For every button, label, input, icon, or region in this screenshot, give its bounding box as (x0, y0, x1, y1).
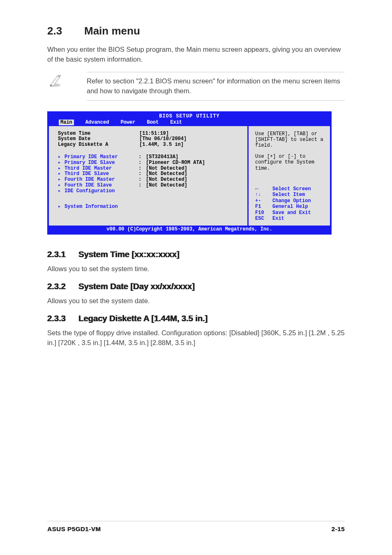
bios-row-value: [Not Detected] (146, 171, 187, 177)
legend-key: ESC (255, 216, 272, 221)
bios-title: BIOS SETUP UTILITY (49, 113, 330, 120)
bios-row-label: System Date (58, 136, 132, 142)
legend-key: ↔ (255, 186, 272, 192)
subsection-title: Legacy Diskette A [1.44M, 3.5 in.] (78, 313, 208, 323)
bios-row-label[interactable]: Third IDE Master (65, 166, 138, 172)
bios-row-label: Legacy Diskette A (58, 142, 132, 148)
bios-help-text: Use [+] or [-] to configure the System t… (255, 154, 326, 171)
bios-row-value: [Not Detected] (146, 177, 187, 183)
note-text: Refer to section "2.2.1 BIOS menu screen… (87, 72, 345, 101)
bios-menubar: Main Advanced Power Boot Exit (49, 120, 330, 126)
page-footer: ASUS P5GD1-VM 2-15 (47, 521, 345, 532)
bios-row-value: [Not Detected] (146, 183, 187, 189)
legend-desc: General Help (272, 204, 308, 210)
bios-tab-main[interactable]: Main (59, 120, 74, 125)
bios-row-value[interactable]: [11:51:19] (139, 131, 169, 137)
bios-row-label: System Time (58, 131, 132, 137)
bios-row-value: [Not Detected] (146, 166, 187, 172)
submenu-arrow-icon: ▸ (58, 171, 65, 177)
submenu-arrow-icon: ▸ (58, 160, 65, 166)
bios-key-legend: ↔Select Screen ↑↓Select Item +-Change Op… (255, 186, 326, 221)
legend-key: ↑↓ (255, 192, 272, 198)
section-heading: 2.3Main menu (47, 25, 345, 37)
section-number: 2.3 (47, 25, 84, 37)
submenu-arrow-icon: ▸ (58, 154, 65, 160)
footer-model: ASUS P5GD1-VM (47, 525, 101, 532)
subsection-number: 2.3.3 (47, 313, 78, 323)
subsection-heading: 2.3.1System Time [xx:xx:xxxx] (47, 249, 345, 259)
intro-paragraph: When you enter the BIOS Setup program, t… (47, 45, 345, 64)
footer-page-number: 2-15 (332, 525, 345, 532)
legend-desc: Exit (272, 216, 284, 221)
bios-main-panel: System Time[11:51:19] System Date[Thu 06… (49, 126, 249, 226)
submenu-arrow-icon: ▸ (58, 166, 65, 172)
submenu-arrow-icon: ▸ (58, 183, 65, 189)
submenu-arrow-icon: ▸ (58, 189, 65, 194)
legend-key: F10 (255, 210, 272, 216)
bios-row-label[interactable]: Fourth IDE Master (65, 177, 138, 183)
section-title: Main menu (84, 25, 140, 37)
subsection-number: 2.3.1 (47, 249, 78, 259)
note-icon (47, 72, 63, 88)
bios-tab-boot[interactable]: Boot (147, 120, 159, 125)
bios-tab-advanced[interactable]: Advanced (85, 120, 109, 125)
legend-key: F1 (255, 204, 272, 210)
note-block: Refer to section "2.2.1 BIOS menu screen… (47, 72, 345, 101)
bios-row-value: [ST320413A] (146, 154, 178, 160)
bios-tab-power[interactable]: Power (120, 120, 135, 125)
bios-row-label[interactable]: System Information (65, 204, 138, 210)
bios-row-label[interactable]: Third IDE Slave (65, 171, 138, 177)
subsection-heading: 2.3.2System Date [Day xx/xx/xxxx] (47, 281, 345, 291)
bios-help-text: Use [ENTER], [TAB] or [SHIFT-TAB] to sel… (255, 131, 326, 149)
bios-copyright: v00.00 (C)Copyright 1985-2003, American … (49, 226, 330, 233)
bios-row-value[interactable]: [Thu 06/10/2004] (139, 136, 187, 142)
subsection-title: System Time [xx:xx:xxxx] (78, 249, 180, 259)
subsection-body: Allows you to set the system time. (47, 264, 345, 274)
bios-screenshot: BIOS SETUP UTILITY Main Advanced Power B… (47, 111, 332, 235)
bios-row-value: [Pioneer CD-ROM ATA] (146, 160, 205, 166)
bios-row-label[interactable]: Primary IDE Slave (65, 160, 138, 166)
subsection-body: Allows you to set the system date. (47, 296, 345, 306)
submenu-arrow-icon: ▸ (58, 204, 65, 210)
bios-row-label[interactable]: Primary IDE Master (65, 154, 138, 160)
bios-row-value[interactable]: [1.44M, 3.5 in] (139, 142, 184, 148)
subsection-heading: 2.3.3Legacy Diskette A [1.44M, 3.5 in.] (47, 313, 345, 323)
subsection-title: System Date [Day xx/xx/xxxx] (78, 281, 195, 291)
legend-desc: Select Item (272, 192, 305, 198)
bios-help-panel: Use [ENTER], [TAB] or [SHIFT-TAB] to sel… (249, 126, 330, 226)
subsection-body: Sets the type of floppy drive installed.… (47, 328, 345, 348)
legend-desc: Select Screen (272, 186, 311, 192)
bios-tab-exit[interactable]: Exit (170, 120, 182, 125)
legend-desc: Change Option (272, 198, 311, 204)
legend-desc: Save and Exit (272, 210, 311, 216)
submenu-arrow-icon: ▸ (58, 177, 65, 183)
bios-row-label[interactable]: IDE Configuration (65, 189, 138, 194)
legend-key: +- (255, 198, 272, 204)
subsection-number: 2.3.2 (47, 281, 78, 291)
bios-row-label[interactable]: Fourth IDE Slave (65, 183, 138, 189)
